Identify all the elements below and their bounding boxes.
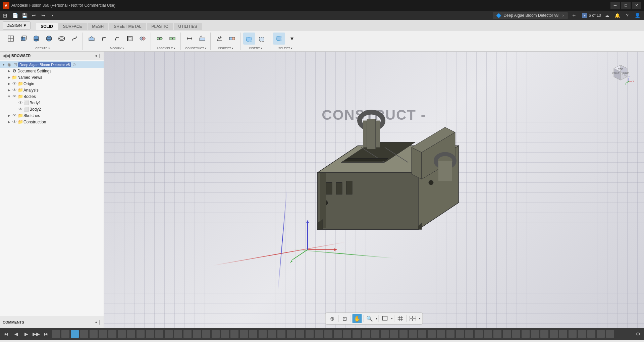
filmstrip-step-34[interactable] [362,330,370,338]
redo-button[interactable]: ↪ [39,11,47,19]
new-tab-button[interactable]: + [570,11,578,19]
combine-button[interactable] [137,33,149,45]
filmstrip-step-56[interactable] [569,330,577,338]
bodies-expand[interactable]: ▼ [7,95,11,98]
tab-sheet-metal[interactable]: SHEET METAL [109,23,146,30]
undo-dropdown[interactable]: ▾ [49,11,57,19]
filmstrip-step-10[interactable] [137,330,145,338]
filmstrip-step-54[interactable] [550,330,558,338]
filmstrip-step-35[interactable] [371,330,379,338]
insert-select-button[interactable] [243,33,255,45]
filmstrip-step-23[interactable] [259,330,267,338]
origin-visibility-icon[interactable]: 👁 [11,81,17,86]
comments-options-icon[interactable]: ● [95,320,97,324]
filmstrip-play-button[interactable]: ▶ [21,329,31,339]
undo-button[interactable]: ↩ [30,11,38,19]
filmstrip-step-52[interactable] [531,330,539,338]
filmstrip-step-53[interactable] [540,330,548,338]
tree-bodies[interactable]: ▼ 👁 📁 Bodies [0,93,104,100]
display-button[interactable] [380,314,390,323]
pan-button[interactable]: ✋ [353,314,362,323]
filmstrip-step-59[interactable] [597,330,605,338]
root-settings-icon[interactable]: ⊙ [72,62,76,67]
construction-expand[interactable]: ▶ [7,120,11,124]
coil-button[interactable] [68,33,80,45]
filmstrip-step-32[interactable] [343,330,351,338]
joint-button[interactable] [154,33,166,45]
box-button[interactable] [17,33,30,45]
filmstrip-settings-button[interactable]: ⚙ [633,329,643,339]
grid-button[interactable] [396,314,405,323]
filmstrip-step-2[interactable] [61,330,69,338]
zoom-dropdown[interactable]: ▾ [376,317,377,320]
comments-collapse-icon[interactable]: │ [99,320,101,324]
viewcube[interactable]: TOP FRONT RIGHT X Y Z [607,58,634,85]
filmstrip-step-48[interactable] [493,330,501,338]
filmstrip-step-40[interactable] [418,330,426,338]
orbit-button[interactable]: ⊕ [328,314,337,323]
tree-sketches[interactable]: ▶ 👁 📁 Sketches [0,112,104,119]
cloud-status-icon[interactable]: ☁ [603,11,611,19]
filmstrip-step-36[interactable] [381,330,389,338]
filmstrip-step-7[interactable] [108,330,116,338]
construction-visibility-icon[interactable]: 👁 [11,119,17,124]
filmstrip-step-41[interactable] [428,330,436,338]
filmstrip-step-33[interactable] [353,330,361,338]
tab-solid[interactable]: SOLID [36,23,58,30]
window-select-button[interactable] [256,33,268,45]
filmstrip-step-30[interactable] [324,330,332,338]
tab-utilities[interactable]: UTILITIES [174,23,202,30]
filmstrip-step-14[interactable] [174,330,182,338]
measure-distance-button[interactable] [183,33,196,45]
filmstrip-step-57[interactable] [578,330,586,338]
named-views-expand[interactable]: ▶ [7,75,11,79]
zoom-button[interactable]: 🔍 [365,314,374,323]
filmstrip-step-37[interactable] [390,330,398,338]
new-component-button[interactable] [5,33,17,45]
close-button[interactable]: ✕ [632,2,641,9]
filmstrip-step-17[interactable] [202,330,210,338]
display-dropdown[interactable]: ▾ [391,317,393,320]
filmstrip-step-5[interactable] [90,330,98,338]
torus-button[interactable] [56,33,68,45]
filmstrip-step-44[interactable] [456,330,464,338]
viewport[interactable]: CONSTRUCT - [104,52,644,328]
analysis-visibility-icon[interactable]: 👁 [11,88,17,93]
tree-root[interactable]: ▼ ◉ ⊡ Deep Algae Bloom Detector v8 ⊙ [0,61,104,68]
as-built-joint-button[interactable] [166,33,178,45]
tab-mesh[interactable]: MESH [88,23,109,30]
chamfer-button[interactable] [111,33,123,45]
select-button[interactable] [273,33,285,45]
browser-options-icon[interactable]: ● [95,54,97,58]
filmstrip-step-50[interactable] [512,330,520,338]
minimize-button[interactable]: ─ [610,2,620,9]
interference-button[interactable] [226,33,238,45]
filmstrip-step-16[interactable] [193,330,201,338]
tab-plastic[interactable]: PLASTIC [147,23,173,30]
filmstrip-next-button[interactable]: ▶▶ [32,329,41,339]
view-options-button[interactable] [408,314,418,323]
filmstrip-step-20[interactable] [230,330,238,338]
filmstrip-step-12[interactable] [155,330,163,338]
body1-visibility-icon[interactable]: 👁 [17,100,23,105]
root-visibility-icon[interactable]: ◉ [6,62,12,67]
filmstrip-step-4[interactable] [80,330,88,338]
tree-named-views[interactable]: ▶ 📁 Named Views [0,74,104,80]
filmstrip-step-1[interactable] [52,330,60,338]
file-tab[interactable]: 🔷 Deep Algae Bloom Detector v8 ✕ [493,12,568,19]
notification-icon[interactable]: 🔔 [613,11,621,19]
tree-construction[interactable]: ▶ 👁 📁 Construction [0,119,104,125]
filmstrip-step-42[interactable] [437,330,445,338]
filmstrip-step-19[interactable] [221,330,229,338]
filmstrip-step-6[interactable] [99,330,107,338]
save-button[interactable]: 💾 [20,11,29,19]
filmstrip-step-27[interactable] [296,330,304,338]
inspect-measure-button[interactable] [213,33,225,45]
sketches-visibility-icon[interactable]: 👁 [11,113,17,118]
filmstrip-step-49[interactable] [503,330,511,338]
filmstrip-prev-button[interactable]: ◀ [11,329,21,339]
filmstrip-step-21[interactable] [240,330,248,338]
filmstrip-step-55[interactable] [559,330,567,338]
bodies-visibility-icon[interactable]: 👁 [11,94,17,99]
analysis-expand[interactable]: ▶ [7,88,11,92]
